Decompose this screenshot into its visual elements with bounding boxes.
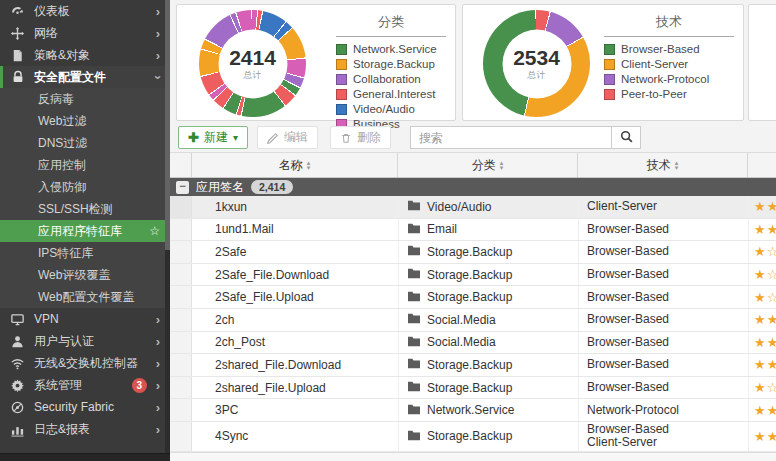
table-row[interactable]: 2ch_PostSocial.MediaBrowser-Based★★☆ — [170, 332, 776, 355]
search-input[interactable] — [410, 126, 612, 149]
legend-item[interactable]: Collaboration — [336, 73, 446, 85]
table-row[interactable]: 2shared_File.DownloadStorage.BackupBrows… — [170, 354, 776, 377]
chevron-right-icon: › — [156, 4, 160, 19]
legend-label: Video/Audio — [353, 103, 415, 115]
legend-item[interactable]: Peer-to-Peer — [604, 88, 734, 100]
technology-label: Browser-Based — [587, 336, 748, 349]
category-chart-panel: 2414 总计 分类 Network.ServiceStorage.Backup… — [176, 4, 456, 121]
technology-legend-items: Browser-BasedClient-ServerNetwork-Protoc… — [604, 43, 734, 100]
table-row[interactable]: 2chSocial.MediaBrowser-Based★★★ — [170, 309, 776, 332]
signature-name: 2ch_Post — [192, 332, 398, 354]
new-button[interactable]: ✚ 新建 ▾ — [178, 126, 248, 149]
monitor-icon — [10, 312, 25, 327]
sidebar-item[interactable]: 系统管理3› — [0, 374, 170, 396]
sidebar-item[interactable]: 网络› — [0, 22, 170, 44]
column-header-technology-label: 技术 — [647, 157, 671, 174]
sidebar-subitem[interactable]: IPS特征库 — [0, 242, 170, 264]
sidebar-item-security-profiles[interactable]: 安全配置文件 › — [0, 66, 170, 88]
table-row[interactable]: 1kxunVideo/AudioClient-Server★★★ — [170, 196, 776, 219]
caret-down-icon: ▾ — [233, 132, 238, 143]
column-header-technology[interactable]: 技术 ▴▾ — [578, 153, 748, 177]
search-button[interactable] — [612, 126, 641, 149]
sort-icon[interactable]: ▴▾ — [500, 160, 504, 170]
star-filled-icon: ★ — [767, 403, 776, 418]
category-donut-chart[interactable]: 2414 总计 — [199, 10, 306, 117]
sidebar-subitem[interactable]: Web过滤 — [0, 110, 170, 132]
signature-technology: Browser-Based — [578, 264, 748, 286]
group-label: 应用签名 — [196, 179, 244, 196]
sidebar-subitem[interactable]: 应用控制 — [0, 154, 170, 176]
signature-category: Social.Media — [398, 332, 578, 354]
technology-label: Browser-Based — [587, 313, 748, 326]
sidebar-item[interactable]: 策略&对象› — [0, 44, 170, 66]
legend-item[interactable]: Network.Service — [336, 43, 446, 55]
sidebar-subitem-label: DNS过滤 — [38, 135, 87, 152]
sidebar-top-items: 仪表板›网络›策略&对象› — [0, 0, 170, 66]
sidebar-item[interactable]: 仪表板› — [0, 0, 170, 22]
sidebar-subitem[interactable]: DNS过滤 — [0, 132, 170, 154]
signature-category: Storage.Backup — [398, 377, 578, 399]
star-outline-icon: ☆ — [767, 267, 776, 282]
signature-category: Email — [398, 219, 578, 241]
column-header-category[interactable]: 分类 ▴▾ — [398, 153, 578, 177]
legend-item[interactable]: Network-Protocol — [604, 73, 734, 85]
technology-label: Browser-Based — [587, 291, 748, 304]
delete-button[interactable]: 删除 — [330, 126, 391, 149]
edit-button-label: 编辑 — [284, 129, 308, 146]
sort-icon[interactable]: ▴▾ — [307, 160, 311, 170]
sidebar-subitem[interactable]: Web评级覆盖 — [0, 264, 170, 286]
category-total-label: 总计 — [244, 69, 262, 82]
folder-icon — [407, 335, 427, 350]
technology-donut-chart[interactable]: 2534 总计 — [483, 10, 590, 117]
technology-label: Client-Server — [587, 436, 748, 449]
column-header-name[interactable]: 名称 ▴▾ — [192, 153, 398, 177]
legend-swatch — [604, 74, 615, 85]
legend-item[interactable]: General.Interest — [336, 88, 446, 100]
fabric-icon — [10, 400, 25, 415]
table-row[interactable]: 2Safe_File.DownloadStorage.BackupBrowser… — [170, 264, 776, 287]
sidebar-item[interactable]: 无线&交换机控制器› — [0, 352, 170, 374]
popularity-rating: ★★☆ — [748, 399, 776, 421]
category-label: Storage.Backup — [427, 290, 512, 304]
sidebar-subitem[interactable]: 反病毒 — [0, 88, 170, 110]
table-row[interactable]: 3PCNetwork.ServiceNetwork-Protocol★★☆ — [170, 399, 776, 422]
table-row[interactable]: 2shared_File.UploadStorage.BackupBrowser… — [170, 377, 776, 400]
sidebar-item[interactable]: Security Fabric› — [0, 396, 170, 418]
sidebar-bottom-items: VPN›用户与认证›无线&交换机控制器›系统管理3›Security Fabri… — [0, 308, 170, 440]
star-filled-icon: ★ — [754, 222, 767, 237]
collapse-icon[interactable]: − — [176, 181, 189, 194]
sidebar-item[interactable]: VPN› — [0, 308, 170, 330]
table-row[interactable]: 2Safe_File.UploadStorage.BackupBrowser-B… — [170, 286, 776, 309]
legend-item[interactable]: Browser-Based — [604, 43, 734, 55]
star-filled-icon: ★ — [754, 403, 767, 418]
table-row[interactable]: 2SafeStorage.BackupBrowser-Based★☆☆ — [170, 241, 776, 264]
user-icon — [10, 334, 25, 349]
legend-item[interactable]: Client-Server — [604, 58, 734, 70]
sidebar-subitem[interactable]: SSL/SSH检测 — [0, 198, 170, 220]
category-total: 2414 — [229, 46, 276, 70]
legend-item[interactable]: Video/Audio — [336, 103, 446, 115]
legend-label: Storage.Backup — [353, 58, 435, 70]
row-gutter — [170, 241, 192, 263]
category-donut-center: 2414 总计 — [218, 29, 287, 98]
sidebar-subitem[interactable]: 入侵防御 — [0, 176, 170, 198]
sidebar-item[interactable]: 日志&报表› — [0, 418, 170, 440]
column-header-name-label: 名称 — [279, 157, 303, 174]
folder-icon — [407, 403, 427, 418]
technology-chart-panel: 2534 总计 技术 Browser-BasedClient-ServerNet… — [462, 4, 744, 121]
sidebar-subitem[interactable]: 应用程序特征库☆ — [0, 220, 170, 242]
sort-icon[interactable]: ▴▾ — [675, 160, 679, 170]
sidebar-item-label: 系统管理 — [34, 377, 132, 394]
chevron-right-icon: › — [156, 400, 160, 415]
sidebar-subitem[interactable]: Web配置文件覆盖 — [0, 286, 170, 308]
sidebar-item-label: 策略&对象 — [34, 47, 152, 64]
table-row[interactable]: 4SyncStorage.BackupBrowser-BasedClient-S… — [170, 422, 776, 452]
technology-label: Browser-Based — [587, 381, 748, 394]
edit-button[interactable]: 编辑 — [257, 126, 318, 149]
sidebar-item[interactable]: 用户与认证› — [0, 330, 170, 352]
legend-item[interactable]: Storage.Backup — [336, 58, 446, 70]
sidebar-subitem-label: 反病毒 — [38, 91, 74, 108]
table-row[interactable]: 1und1.MailEmailBrowser-Based★★★ — [170, 219, 776, 242]
favorite-star-icon[interactable]: ☆ — [149, 224, 160, 238]
star-filled-icon: ★ — [754, 335, 767, 350]
